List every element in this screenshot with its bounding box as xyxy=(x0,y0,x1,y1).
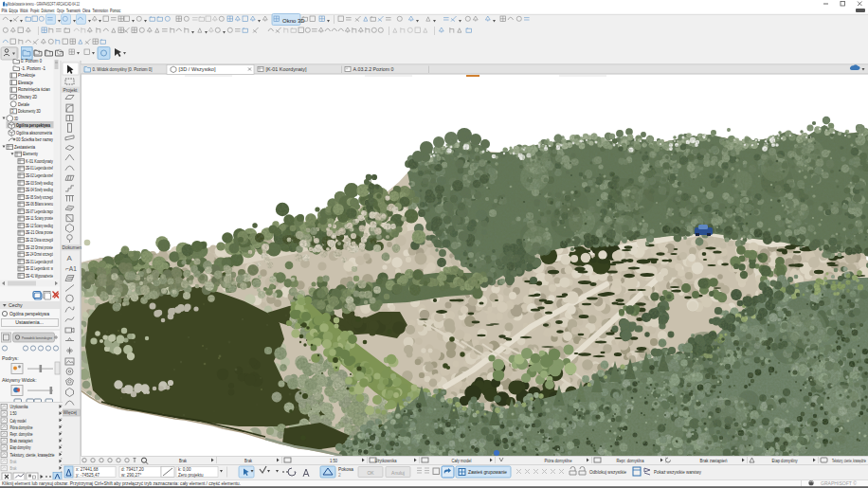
svg-text:GRAPHISOFT ©: GRAPHISOFT © xyxy=(821,480,857,486)
svg-text:Kliknij element lub narysuj ob: Kliknij element lub narysuj obszar. Przy… xyxy=(2,481,241,486)
